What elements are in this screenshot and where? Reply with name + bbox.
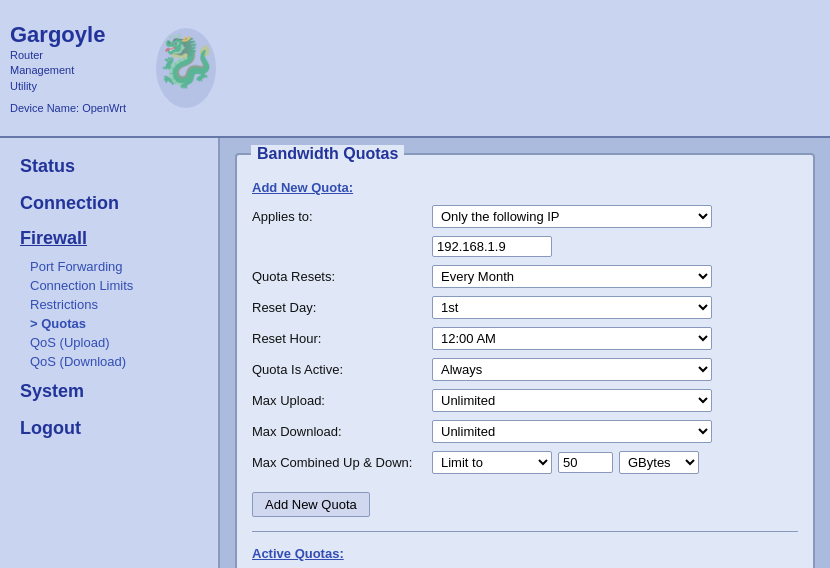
sidebar-item-system[interactable]: System	[0, 373, 218, 410]
applies-to-row: Applies to: Only the following IP All IP…	[252, 205, 798, 228]
reset-hour-row: Reset Hour: 12:00 AM 1:00 AM 6:00 AM 12:…	[252, 327, 798, 350]
sidebar-subnav-firewall: Port Forwarding Connection Limits Restri…	[0, 255, 218, 373]
applies-to-select[interactable]: Only the following IP All IPs All IPs In…	[432, 205, 712, 228]
header: Gargoyle Router Management Utility Devic…	[0, 0, 830, 138]
max-combined-type-select[interactable]: Limit to Unlimited	[432, 451, 552, 474]
max-download-select[interactable]: Unlimited Limit to	[432, 420, 712, 443]
device-name: Device Name: OpenWrt	[10, 102, 126, 114]
dragon-icon: 🐉	[146, 18, 226, 118]
reset-hour-label: Reset Hour:	[252, 331, 432, 346]
quota-resets-label: Quota Resets:	[252, 269, 432, 284]
quota-active-row: Quota Is Active: Always Never Scheduled	[252, 358, 798, 381]
ip-address-input[interactable]	[432, 236, 552, 257]
sidebar-subitem-qos-download[interactable]: QoS (Download)	[0, 352, 218, 371]
max-combined-row: Max Combined Up & Down: Limit to Unlimit…	[252, 451, 798, 474]
max-download-row: Max Download: Unlimited Limit to	[252, 420, 798, 443]
sidebar-item-status[interactable]: Status	[0, 148, 218, 185]
ip-address-row	[252, 236, 798, 257]
quota-active-label: Quota Is Active:	[252, 362, 432, 377]
sidebar-subitem-port-forwarding[interactable]: Port Forwarding	[0, 257, 218, 276]
max-download-label: Max Download:	[252, 424, 432, 439]
add-quota-button[interactable]: Add New Quota	[252, 492, 370, 517]
sidebar-item-logout[interactable]: Logout	[0, 410, 218, 447]
max-combined-unit-select[interactable]: GBytes MBytes KBytes	[619, 451, 699, 474]
sidebar-subitem-restrictions[interactable]: Restrictions	[0, 295, 218, 314]
max-combined-amount-input[interactable]	[558, 452, 613, 473]
reset-day-row: Reset Day: 1st 2nd 3rd	[252, 296, 798, 319]
main-content: Bandwidth Quotas Add New Quota: Applies …	[220, 138, 830, 568]
applies-to-label: Applies to:	[252, 209, 432, 224]
reset-hour-select[interactable]: 12:00 AM 1:00 AM 6:00 AM 12:00 PM	[432, 327, 712, 350]
reset-day-label: Reset Day:	[252, 300, 432, 315]
reset-hour-control: 12:00 AM 1:00 AM 6:00 AM 12:00 PM	[432, 327, 712, 350]
sidebar-item-firewall[interactable]: Firewall	[0, 222, 218, 255]
quota-resets-select[interactable]: Every Month Every Week Every Day Never	[432, 265, 712, 288]
quota-resets-control: Every Month Every Week Every Day Never	[432, 265, 712, 288]
max-download-control: Unlimited Limit to	[432, 420, 712, 443]
divider	[252, 531, 798, 532]
applies-to-control: Only the following IP All IPs All IPs In…	[432, 205, 712, 228]
quota-active-select[interactable]: Always Never Scheduled	[432, 358, 712, 381]
ip-address-control	[432, 236, 712, 257]
max-upload-label: Max Upload:	[252, 393, 432, 408]
header-text: Gargoyle Router Management Utility Devic…	[10, 22, 126, 114]
max-upload-select[interactable]: Unlimited Limit to	[432, 389, 712, 412]
max-upload-row: Max Upload: Unlimited Limit to	[252, 389, 798, 412]
sidebar-item-connection[interactable]: Connection	[0, 185, 218, 222]
max-combined-control: Limit to Unlimited GBytes MBytes KBytes	[432, 451, 699, 474]
layout: Status Connection Firewall Port Forwardi…	[0, 138, 830, 568]
add-new-quota-label: Add New Quota:	[252, 180, 798, 195]
sidebar: Status Connection Firewall Port Forwardi…	[0, 138, 220, 568]
app-title: Gargoyle	[10, 22, 126, 48]
reset-day-select[interactable]: 1st 2nd 3rd	[432, 296, 712, 319]
reset-day-control: 1st 2nd 3rd	[432, 296, 712, 319]
sidebar-subitem-quotas[interactable]: Quotas	[0, 314, 218, 333]
max-upload-control: Unlimited Limit to	[432, 389, 712, 412]
max-combined-label: Max Combined Up & Down:	[252, 455, 432, 470]
active-quotas-label: Active Quotas:	[252, 546, 798, 561]
panel-title: Bandwidth Quotas	[251, 145, 404, 163]
svg-text:🐉: 🐉	[155, 31, 218, 91]
app-subtitle: Router Management Utility	[10, 48, 126, 94]
bandwidth-quotas-panel: Bandwidth Quotas Add New Quota: Applies …	[235, 153, 815, 568]
quota-resets-row: Quota Resets: Every Month Every Week Eve…	[252, 265, 798, 288]
sidebar-subitem-connection-limits[interactable]: Connection Limits	[0, 276, 218, 295]
sidebar-subitem-qos-upload[interactable]: QoS (Upload)	[0, 333, 218, 352]
quota-active-control: Always Never Scheduled	[432, 358, 712, 381]
